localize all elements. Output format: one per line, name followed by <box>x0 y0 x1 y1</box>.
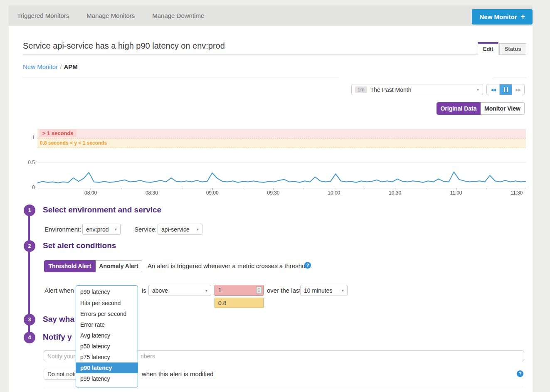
x-axis-tick-label: 09:30 <box>267 190 280 196</box>
alert-when-label: Alert when <box>44 287 74 294</box>
metric-option[interactable]: Hits per second <box>76 298 138 308</box>
nav-item-triggered-monitors[interactable]: Triggered Monitors <box>17 12 69 19</box>
alert-threshold-value: 1 <box>218 287 222 293</box>
x-axis-tick-label: 11:00 <box>450 190 462 196</box>
x-axis-minor-tick <box>121 188 122 189</box>
help-icon[interactable]: ? <box>304 262 311 269</box>
chevron-down-icon: ▾ <box>202 288 207 293</box>
x-axis-tick-label: 10:00 <box>328 190 340 196</box>
x-axis-minor-tick <box>182 188 183 189</box>
anomaly-alert-tab[interactable]: Anomaly Alert <box>96 260 142 272</box>
metric-option[interactable]: Error rate <box>76 319 138 330</box>
x-axis-tick-label: 08:00 <box>84 190 97 196</box>
notify-placeholder-left: Notify your s <box>47 353 80 360</box>
x-axis-tick-mark <box>517 188 517 190</box>
breadcrumb-separator: / <box>60 63 62 70</box>
x-axis-minor-tick <box>303 188 304 189</box>
step-2-badge: 2 <box>24 240 35 252</box>
environment-label: Environment: <box>44 226 81 233</box>
help-icon[interactable]: ? <box>517 370 523 377</box>
monitor-view-button[interactable]: Monitor View <box>481 102 525 115</box>
notify-placeholder-right: nbers <box>141 353 155 360</box>
pause-icon <box>503 86 509 94</box>
page-title: Service api-service has a high p90 laten… <box>23 41 225 51</box>
environment-value: env:prod <box>86 226 109 233</box>
step-4-heading: Notify y <box>43 333 72 342</box>
comparison-value: above <box>152 287 168 294</box>
service-select[interactable]: api-service ▾ <box>158 224 202 235</box>
step-2-heading: Set alert conditions <box>43 241 116 250</box>
time-range-select[interactable]: 1m The Past Month ▾ <box>351 84 483 95</box>
y-axis-tick-label: 0 <box>18 185 35 190</box>
x-axis-minor-tick <box>365 188 365 189</box>
original-data-button[interactable]: Original Data <box>437 102 481 115</box>
metric-select-open[interactable]: p90 latency Hits per second Errors per s… <box>76 285 138 387</box>
latency-line-chart <box>37 129 526 188</box>
playback-controls: ◀◀ ▶▶ <box>486 84 525 95</box>
x-axis-tick-mark <box>334 188 334 190</box>
y-axis-tick-label: 0.5 <box>18 160 35 165</box>
breadcrumb-new-monitor-link[interactable]: New Monitor <box>23 63 58 70</box>
comparison-select[interactable]: above ▾ <box>148 285 211 296</box>
tab-edit[interactable]: Edit <box>478 42 498 55</box>
forward-icon: ▶▶ <box>516 88 521 92</box>
alert-description: An alert is triggered whenever a metric … <box>148 262 312 269</box>
title-divider <box>23 54 526 55</box>
breadcrumb: New Monitor/APM <box>23 63 78 70</box>
x-axis-tick-label: 11:30 <box>511 190 523 196</box>
over-the-last-label: over the last <box>267 287 301 294</box>
y-axis-tick-label: 1 <box>18 135 35 141</box>
threshold-alert-tab[interactable]: Threshold Alert <box>44 260 96 272</box>
x-axis-tick-label: 09:00 <box>206 190 219 196</box>
section-divider <box>23 77 339 77</box>
service-label: Service: <box>134 226 157 233</box>
top-nav: Triggered Monitors Manage Monitors Manag… <box>9 5 533 26</box>
service-value: api-service <box>161 226 190 233</box>
renotify-value: Do not noti <box>47 371 76 377</box>
chevron-down-icon: ▾ <box>193 227 199 232</box>
x-axis-minor-tick <box>426 188 426 189</box>
nav-item-manage-monitors[interactable]: Manage Monitors <box>86 12 135 19</box>
rewind-icon: ◀◀ <box>491 88 496 92</box>
step-4-badge: 4 <box>24 332 35 343</box>
section-divider-right <box>493 77 526 77</box>
x-axis-minor-tick <box>486 188 487 189</box>
is-label: is <box>142 287 146 294</box>
x-axis-tick-mark <box>152 188 152 190</box>
step-3-heading: Say wha <box>43 315 74 324</box>
nav-item-manage-downtime[interactable]: Manage Downtime <box>152 12 204 19</box>
forward-button[interactable]: ▶▶ <box>512 84 524 95</box>
tab-status[interactable]: Status <box>499 43 526 55</box>
warning-threshold-value: 0.8 <box>218 300 226 306</box>
x-axis-minor-tick <box>243 188 243 189</box>
metric-option[interactable]: p50 latency <box>76 341 138 352</box>
plus-icon: + <box>520 12 525 21</box>
metric-option[interactable]: Avg latency <box>76 330 138 341</box>
x-axis-tick-mark <box>212 188 213 190</box>
environment-select[interactable]: env:prod ▾ <box>82 224 121 235</box>
rewind-button[interactable]: ◀◀ <box>487 84 499 95</box>
x-axis-tick-label: 10:30 <box>389 190 401 196</box>
range-label: The Past Month <box>370 86 477 93</box>
step-3-badge: 3 <box>24 314 35 325</box>
alert-modified-label: when this alert is modified <box>142 370 214 377</box>
new-monitor-label: New Monitor <box>479 13 517 20</box>
step-1-heading: Select environment and service <box>43 205 161 214</box>
pause-button[interactable] <box>499 84 512 95</box>
window-select[interactable]: 10 minutes ▾ <box>300 285 348 296</box>
y-axis-labels: 10.50 <box>18 129 35 188</box>
window-value: 10 minutes <box>304 287 332 294</box>
x-axis-tick-mark <box>274 188 274 190</box>
warning-threshold-input[interactable]: 0.8 <box>215 298 264 308</box>
stepper-icon[interactable]: ▲▼ <box>256 286 262 294</box>
range-badge: 1m <box>355 86 367 93</box>
x-axis-tick-mark <box>395 188 395 190</box>
metric-option[interactable]: Errors per second <box>76 308 138 319</box>
metric-option[interactable]: p99 latency <box>76 373 138 384</box>
x-axis-labels: 08:0008:3009:0009:3010:0010:3011:0011:30 <box>37 190 526 197</box>
new-monitor-button[interactable]: New Monitor + <box>472 9 533 25</box>
metric-option[interactable]: p75 latency <box>76 352 138 362</box>
alert-threshold-input[interactable]: 1 ▲▼ <box>215 285 264 296</box>
chevron-down-icon: ▾ <box>111 227 117 232</box>
metric-option-selected[interactable]: p90 latency <box>76 362 138 373</box>
